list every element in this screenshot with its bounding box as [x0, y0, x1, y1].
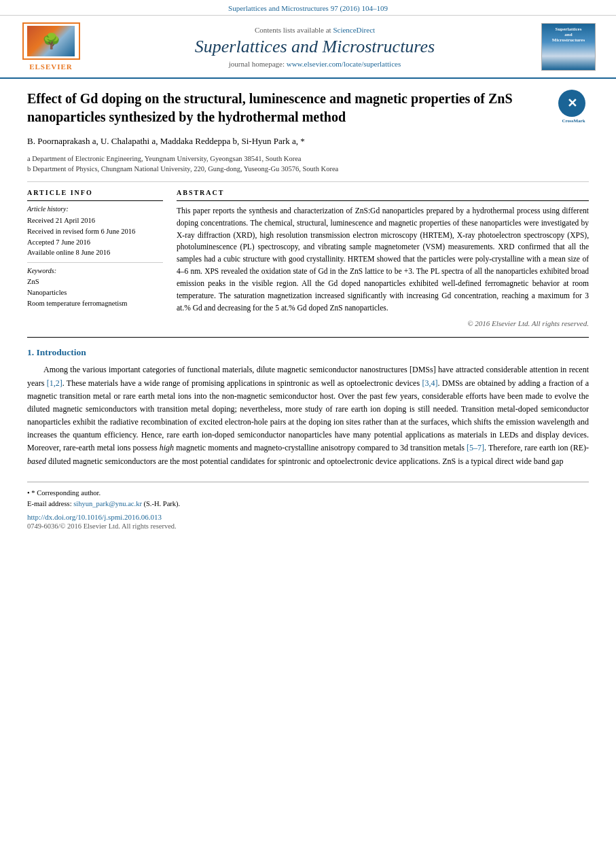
affiliation-b: b Department of Physics, Chungnam Nation…: [27, 164, 589, 175]
text-high: high: [160, 443, 174, 452]
crossmark-circle: ✕: [558, 90, 585, 117]
journal-thumbnail: SuperlatticesandMicrostructures: [541, 23, 596, 71]
section-divider: [27, 337, 589, 338]
available-date: Available online 8 June 2016: [27, 247, 163, 258]
corresponding-note: • * Corresponding author.: [27, 488, 589, 499]
introduction-section: 1. Introduction Among the various import…: [27, 347, 589, 468]
doi-line: http://dx.doi.org/10.1016/j.spmi.2016.06…: [27, 513, 589, 521]
intro-paragraph-1: Among the various important categories o…: [27, 363, 589, 468]
affiliation-a: a Department of Electronic Engineering, …: [27, 154, 589, 164]
journal-header: 🌳 ELSEVIER Contents lists available at S…: [0, 16, 616, 79]
crossmark-label: CrossMark: [558, 118, 589, 124]
affiliations: a Department of Electronic Engineering, …: [27, 154, 589, 175]
keyword-1: ZnS: [27, 276, 163, 287]
crossmark-icon: ✕: [567, 95, 577, 111]
email-link[interactable]: sihyun_park@ynu.ac.kr: [73, 500, 142, 507]
received-date: Received 21 April 2016: [27, 215, 163, 226]
elsevier-logo-image: 🌳: [27, 26, 75, 56]
abstract-column: ABSTRACT This paper reports the synthesi…: [177, 189, 589, 327]
journal-title: Superlattices and Microstructures: [96, 37, 533, 57]
journal-header-right: SuperlatticesandMicrostructures: [541, 23, 602, 71]
elsevier-logo-box: 🌳: [22, 22, 80, 60]
intro-heading: 1. Introduction: [27, 347, 589, 358]
history-label: Article history:: [27, 205, 163, 213]
text-based: based: [27, 457, 46, 466]
keyword-3: Room temperature ferromagnetism: [27, 298, 163, 309]
top-bar: Superlattices and Microstructures 97 (20…: [0, 0, 616, 16]
elsevier-wordmark: ELSEVIER: [29, 62, 73, 71]
article-divider: [27, 181, 589, 182]
journal-thumb-title: SuperlatticesandMicrostructures: [552, 26, 585, 43]
article-title: Effect of Gd doping on the structural, l…: [27, 90, 589, 126]
journal-header-left: 🌳 ELSEVIER: [14, 22, 88, 71]
journal-homepage: journal homepage: www.elsevier.com/locat…: [96, 60, 533, 68]
abstract-divider: [177, 200, 589, 201]
ref-3-4: [3,4]: [422, 378, 437, 388]
article-info-title: ARTICLE INFO: [27, 189, 163, 196]
elsevier-tree-icon: 🌳: [42, 33, 60, 50]
revised-date: Received in revised form 6 June 2016: [27, 226, 163, 237]
journal-header-center: Contents lists available at ScienceDirec…: [96, 26, 533, 68]
abstract-title: ABSTRACT: [177, 189, 589, 196]
info-divider: [27, 200, 163, 201]
info-divider-thin: [27, 262, 163, 263]
ref-1-2: [1,2]: [47, 378, 62, 388]
article-info-abstract: ARTICLE INFO Article history: Received 2…: [27, 189, 589, 327]
keywords-label: Keywords:: [27, 267, 163, 274]
copyright-line: © 2016 Elsevier Ltd. All rights reserved…: [177, 319, 589, 327]
keyword-2: Nanoparticles: [27, 287, 163, 298]
footnote-area: • * Corresponding author. E-mail address…: [27, 482, 589, 531]
authors: B. Poornaprakash a, U. Chalapathi a, Mad…: [27, 135, 589, 148]
sciencedirect-link[interactable]: ScienceDirect: [333, 26, 375, 34]
article-body: Effect of Gd doping on the structural, l…: [0, 79, 616, 543]
journal-homepage-link[interactable]: www.elsevier.com/locate/superlattices: [287, 60, 401, 68]
accepted-date: Accepted 7 June 2016: [27, 237, 163, 248]
crossmark-badge[interactable]: ✕ CrossMark: [558, 90, 589, 120]
issn-line: 0749-6036/© 2016 Elsevier Ltd. All right…: [27, 522, 589, 530]
abstract-text: This paper reports the synthesis and cha…: [177, 205, 589, 314]
email-note: E-mail address: sihyun_park@ynu.ac.kr (S…: [27, 499, 589, 509]
contents-line: Contents lists available at ScienceDirec…: [96, 26, 533, 34]
ref-5-7: [5–7]: [467, 443, 484, 452]
article-info-column: ARTICLE INFO Article history: Received 2…: [27, 189, 163, 327]
citation-text: Superlattices and Microstructures 97 (20…: [228, 4, 388, 12]
